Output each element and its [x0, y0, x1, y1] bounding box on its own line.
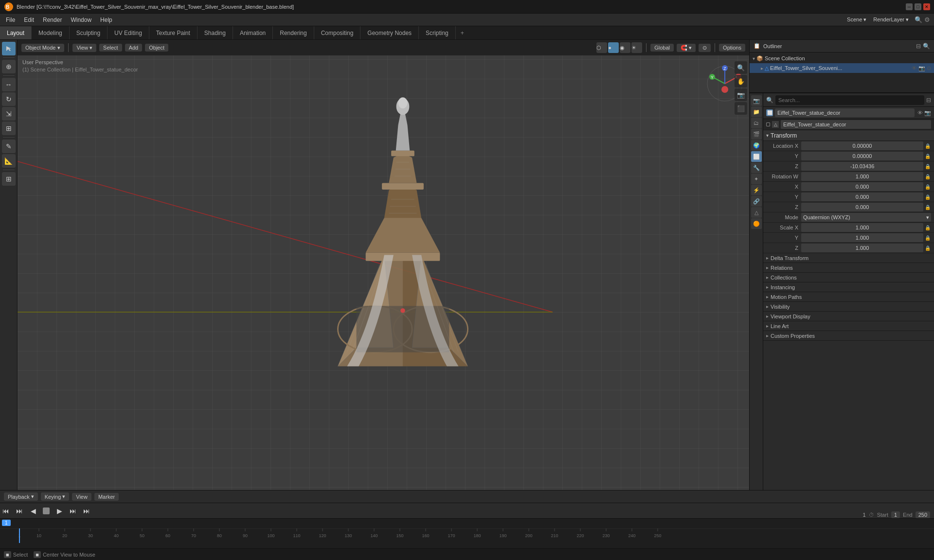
- menu-help[interactable]: Help: [96, 16, 116, 24]
- scale-z-field[interactable]: 1.000: [801, 244, 923, 252]
- tab-geometry-nodes[interactable]: Geometry Nodes: [360, 26, 419, 39]
- scale-x-field[interactable]: 1.000: [801, 223, 923, 232]
- maximize-button[interactable]: □: [915, 3, 921, 10]
- view-lock-button[interactable]: ⬛: [735, 102, 747, 115]
- viewport-display-section[interactable]: ▸ Viewport Display: [763, 312, 934, 321]
- prev-keyframe-button[interactable]: ⏭: [14, 505, 25, 517]
- prop-tab-physics[interactable]: ⚡: [751, 185, 762, 195]
- tab-uv-editing[interactable]: UV Editing: [108, 26, 149, 39]
- location-x-field[interactable]: 0.00000: [801, 141, 923, 150]
- menu-window[interactable]: Window: [67, 16, 95, 24]
- prop-tab-particle[interactable]: ✦: [751, 174, 762, 184]
- tab-rendering[interactable]: Rendering: [273, 26, 314, 39]
- viewport-canvas[interactable]: Object Mode ▾ View ▾ Select Add Object ⬡…: [18, 40, 749, 490]
- transform-section-header[interactable]: ▾ Transform: [763, 130, 934, 141]
- annotate-tool-button[interactable]: ✎: [2, 140, 16, 153]
- solid-button[interactable]: ●: [608, 42, 619, 53]
- zoom-in-button[interactable]: 🔍: [735, 61, 747, 74]
- transform-tool-button[interactable]: ⊞: [2, 122, 16, 135]
- timeline-view-button[interactable]: View: [72, 493, 91, 501]
- play-button[interactable]: ▶: [54, 505, 65, 517]
- eiffel-render-icon[interactable]: ⊙: [927, 65, 931, 71]
- properties-scroll-area[interactable]: ⬜ Eiffel_Tower_statue_decor 👁 📷 △ Eiffel…: [763, 107, 934, 490]
- cursor-tool-button[interactable]: ⊕: [2, 60, 16, 73]
- prop-tab-world[interactable]: 🌍: [751, 140, 762, 151]
- gear-icon[interactable]: ⚙: [924, 16, 930, 23]
- tab-compositing[interactable]: Compositing: [314, 26, 361, 39]
- scale-z-lock-icon[interactable]: 🔒: [924, 245, 931, 251]
- prop-tab-view-layer[interactable]: 🗂: [751, 118, 762, 128]
- next-keyframe-button[interactable]: ⏭: [67, 505, 79, 517]
- jump-start-button[interactable]: ⏮: [0, 505, 12, 517]
- jump-end-button[interactable]: ⏭: [81, 505, 92, 517]
- global-transform-button[interactable]: Global: [650, 44, 674, 52]
- wireframe-button[interactable]: ⬡: [596, 42, 607, 53]
- rotation-x-field[interactable]: 0.000: [801, 182, 923, 191]
- viewport-object-button[interactable]: Object: [145, 44, 168, 52]
- location-y-lock-icon[interactable]: 🔒: [924, 154, 931, 159]
- location-y-field[interactable]: 0.00000: [801, 152, 923, 160]
- custom-properties-section[interactable]: ▸ Custom Properties: [763, 331, 934, 341]
- outliner-filter-icon[interactable]: ⊟: [916, 43, 921, 50]
- viewport-add-button[interactable]: Add: [125, 44, 143, 52]
- end-frame-field[interactable]: 250: [916, 511, 930, 518]
- add-workspace-button[interactable]: +: [456, 26, 469, 39]
- render-layer-selector[interactable]: RenderLayer ▾: [870, 17, 912, 23]
- scale-x-lock-icon[interactable]: 🔒: [924, 225, 931, 230]
- timeline-marker-button[interactable]: Marker: [94, 493, 119, 501]
- location-x-lock-icon[interactable]: 🔒: [924, 143, 931, 149]
- object-eye-icon[interactable]: 👁: [916, 110, 923, 116]
- rotation-mode-dropdown[interactable]: Quaternion (WXYZ) ▾: [801, 213, 931, 222]
- scale-y-lock-icon[interactable]: 🔒: [924, 235, 931, 241]
- start-frame-field[interactable]: 1: [891, 511, 900, 518]
- rotate-tool-button[interactable]: ↻: [2, 92, 16, 106]
- instancing-section[interactable]: ▸ Instancing: [763, 282, 934, 292]
- proportional-edit-button[interactable]: ⊙: [699, 44, 711, 52]
- properties-search-input[interactable]: [775, 95, 924, 105]
- menu-file[interactable]: File: [2, 16, 19, 24]
- rotation-z-lock-icon[interactable]: 🔒: [924, 205, 931, 210]
- visibility-section[interactable]: ▸ Visibility: [763, 302, 934, 312]
- snap-button[interactable]: 🧲 ▾: [677, 44, 696, 52]
- rotation-y-field[interactable]: 0.000: [801, 192, 923, 201]
- motion-paths-section[interactable]: ▸ Motion Paths: [763, 292, 934, 302]
- menu-edit[interactable]: Edit: [20, 16, 38, 24]
- prop-tab-data[interactable]: △: [751, 207, 762, 218]
- material-preview-button[interactable]: ◉: [620, 42, 630, 53]
- prop-tab-modifier[interactable]: 🔧: [751, 162, 762, 173]
- tab-modeling[interactable]: Modeling: [32, 26, 70, 39]
- tab-texture-paint[interactable]: Texture Paint: [149, 26, 198, 39]
- rotation-y-lock-icon[interactable]: 🔒: [924, 194, 931, 200]
- relations-section[interactable]: ▸ Relations: [763, 263, 934, 273]
- play-reverse-button[interactable]: ◀: [27, 505, 39, 517]
- scale-y-field[interactable]: 1.000: [801, 233, 923, 242]
- tab-animation[interactable]: Animation: [233, 26, 273, 39]
- close-button[interactable]: ✕: [923, 3, 930, 10]
- rotation-x-lock-icon[interactable]: 🔒: [924, 184, 931, 190]
- prop-tab-output[interactable]: 📁: [751, 106, 762, 117]
- line-art-section[interactable]: ▸ Line Art: [763, 321, 934, 331]
- camera-button[interactable]: 📷: [735, 88, 747, 101]
- timeline-keying-button[interactable]: Keying ▾: [41, 492, 70, 501]
- outliner-item-eiffel[interactable]: ▸ △ Eiffel_Tower_Silver_Souveni... 👁 📷 ⊙: [750, 63, 934, 73]
- move-tool-button[interactable]: ↔: [2, 78, 16, 91]
- viewport-view-button[interactable]: View ▾: [72, 44, 96, 52]
- menu-render[interactable]: Render: [39, 16, 66, 24]
- rotation-w-field[interactable]: 1.000: [801, 172, 923, 181]
- prop-tab-object[interactable]: ⬜: [751, 151, 762, 162]
- eiffel-cam-icon[interactable]: 📷: [918, 65, 925, 71]
- rotation-w-lock-icon[interactable]: 🔒: [924, 174, 931, 179]
- tab-layout[interactable]: Layout: [0, 26, 32, 39]
- eiffel-eye-icon[interactable]: 👁: [912, 65, 917, 71]
- delta-transform-section[interactable]: ▸ Delta Transform: [763, 253, 934, 263]
- viewport-area[interactable]: Object Mode ▾ View ▾ Select Add Object ⬡…: [18, 40, 749, 490]
- measure-tool-button[interactable]: 📐: [2, 154, 16, 168]
- viewport-select-button[interactable]: Select: [99, 44, 122, 52]
- scale-tool-button[interactable]: ⇲: [2, 107, 16, 121]
- viewport-mode-button[interactable]: Object Mode ▾: [21, 44, 64, 52]
- search-icon[interactable]: 🔍: [915, 16, 922, 23]
- timeline-playback-button[interactable]: Playback ▾: [4, 492, 38, 501]
- pan-button[interactable]: ✋: [735, 75, 747, 88]
- prop-filter-icon[interactable]: ⊟: [926, 97, 931, 104]
- options-button[interactable]: Options: [719, 44, 745, 52]
